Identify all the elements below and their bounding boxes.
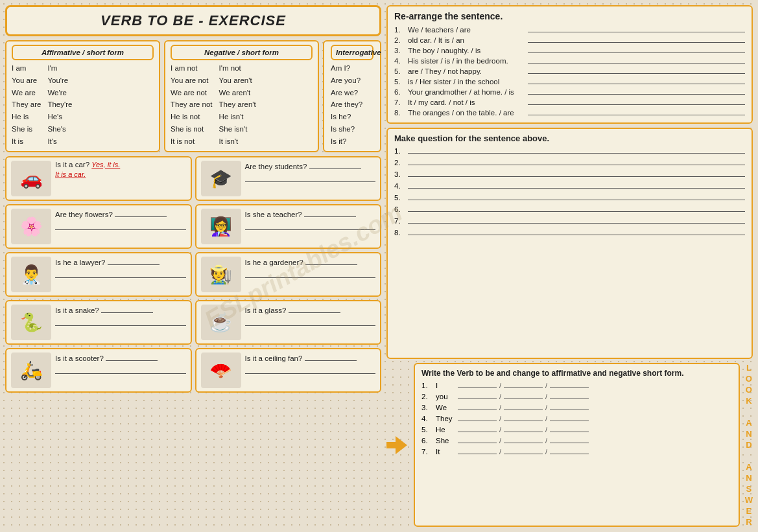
- rearrange-text: We / teachers / are: [408, 26, 525, 34]
- flowers-answer1[interactable]: [115, 209, 167, 217]
- ceiling-fan-answer2[interactable]: [245, 365, 376, 374]
- teacher-image: 👩‍🏫: [201, 209, 241, 244]
- look-verb-line[interactable]: [458, 424, 497, 432]
- rearrange-text: old car. / It is / an: [408, 36, 525, 44]
- snake-answer2[interactable]: [55, 318, 186, 326]
- exercise-gardener: 🧑‍🌾 Is he a gardener?: [195, 252, 382, 297]
- look-affirmative-line[interactable]: [504, 391, 543, 399]
- look-affirmative-line[interactable]: [504, 435, 543, 443]
- question-line[interactable]: [408, 146, 745, 154]
- look-negative-line[interactable]: [550, 435, 589, 443]
- students-answer2[interactable]: [245, 174, 376, 182]
- look-affirmative-line[interactable]: [504, 402, 543, 410]
- look-verb-line[interactable]: [458, 391, 497, 399]
- page-title: VERB TO BE - EXERCISE: [5, 5, 381, 36]
- side-label-R: R: [746, 517, 752, 527]
- conj-item: They are not: [171, 99, 213, 111]
- conj-item: He isn't: [219, 111, 256, 123]
- rearrange-num: 6.: [394, 88, 405, 96]
- ceiling-fan-answer1[interactable]: [305, 353, 357, 361]
- look-negative-line[interactable]: [550, 380, 589, 388]
- glass-answer1[interactable]: [289, 305, 340, 313]
- rearrange-line[interactable]: [528, 25, 745, 32]
- question-line[interactable]: [408, 227, 745, 235]
- teacher-text: Is she a teacher?: [245, 209, 376, 230]
- lawyer-answer1[interactable]: [108, 257, 160, 265]
- snake-answer1[interactable]: [101, 305, 153, 313]
- question-line[interactable]: [408, 157, 745, 165]
- affirmative-box: Affirmative / short form I am You are We…: [5, 40, 160, 152]
- look-pronoun: They: [436, 415, 455, 422]
- rearrange-item: 2. old car. / It is / an: [394, 35, 745, 44]
- glass-text: Is it a glass?: [245, 305, 376, 326]
- look-sep: /: [545, 382, 547, 389]
- question-line[interactable]: [408, 181, 745, 189]
- question-line[interactable]: [408, 204, 745, 212]
- side-label-W: W: [745, 495, 753, 505]
- question-line[interactable]: [408, 192, 745, 200]
- side-label-space2: [748, 451, 750, 461]
- rearrange-line[interactable]: [528, 35, 745, 43]
- look-num: 2.: [421, 393, 433, 400]
- flowers-answer2[interactable]: [55, 222, 186, 230]
- conj-item: I'm not: [219, 63, 256, 75]
- scooter-answer2[interactable]: [55, 365, 186, 374]
- scooter-image: 🛵: [11, 353, 51, 388]
- lawyer-image: 👨‍⚕️: [11, 257, 51, 292]
- look-verb-line[interactable]: [458, 413, 497, 421]
- conj-item: We are: [12, 87, 41, 99]
- question-item: 2.: [394, 157, 745, 167]
- rearrange-line[interactable]: [528, 56, 745, 64]
- rearrange-line[interactable]: [528, 66, 745, 74]
- look-negative-line[interactable]: [550, 413, 589, 421]
- teacher-answer1[interactable]: [304, 209, 356, 217]
- look-negative-line[interactable]: [550, 424, 589, 432]
- gardener-answer2[interactable]: [245, 270, 376, 278]
- look-verb-line[interactable]: [458, 446, 497, 454]
- look-affirmative-line[interactable]: [504, 446, 543, 454]
- rearrange-line[interactable]: [528, 76, 745, 84]
- ceiling-fan-text: Is it a ceiling fan?: [245, 353, 376, 374]
- look-pronoun: We: [436, 404, 455, 411]
- question-line[interactable]: [408, 216, 745, 224]
- look-sep: /: [545, 437, 547, 445]
- look-affirmative-line[interactable]: [504, 424, 543, 432]
- look-negative-line[interactable]: [550, 446, 589, 454]
- look-negative-line[interactable]: [550, 402, 589, 410]
- look-negative-line[interactable]: [550, 391, 589, 399]
- snake-image: 🐍: [11, 305, 51, 340]
- look-item: 4. They / /: [421, 413, 732, 422]
- look-verb-line[interactable]: [458, 402, 497, 410]
- car-answer2: It is a car.: [55, 170, 186, 178]
- glass-answer2[interactable]: [245, 318, 376, 326]
- conj-item: It's: [47, 136, 72, 148]
- teacher-answer2[interactable]: [245, 222, 376, 230]
- scooter-answer1[interactable]: [106, 353, 158, 361]
- look-verb-line[interactable]: [458, 435, 497, 443]
- look-affirmative-line[interactable]: [504, 413, 543, 421]
- look-num: 5.: [421, 426, 433, 434]
- make-question-title: Make question for the sentence above.: [394, 133, 745, 143]
- look-affirmative-line[interactable]: [504, 380, 543, 388]
- students-answer1[interactable]: [309, 161, 361, 169]
- negative-long-col: I am not You are not We are not They are…: [171, 63, 213, 148]
- rearrange-line[interactable]: [528, 97, 745, 105]
- side-label-K: K: [746, 396, 752, 406]
- look-verb-line[interactable]: [458, 380, 497, 388]
- flowers-image: 🌸: [11, 209, 51, 244]
- conj-item: I am: [12, 63, 41, 75]
- snake-question: Is it a snake?: [55, 305, 186, 314]
- lawyer-answer2[interactable]: [55, 270, 186, 278]
- gardener-answer1[interactable]: [305, 257, 357, 265]
- interrogative-col: Am I? Are you? Are we? Are they? Is he? …: [331, 63, 373, 148]
- rearrange-line[interactable]: [528, 108, 745, 115]
- question-num: 1.: [394, 147, 405, 155]
- car-text: Is it a car? Yes, it is. It is a car.: [55, 161, 186, 178]
- question-line[interactable]: [408, 169, 745, 177]
- lawyer-question: Is he a lawyer?: [55, 257, 186, 266]
- side-label-L: L: [746, 363, 752, 373]
- rearrange-line[interactable]: [528, 87, 745, 95]
- side-label-A2: A: [746, 462, 752, 472]
- rearrange-line[interactable]: [528, 45, 745, 53]
- rearrange-num: 1.: [394, 26, 405, 34]
